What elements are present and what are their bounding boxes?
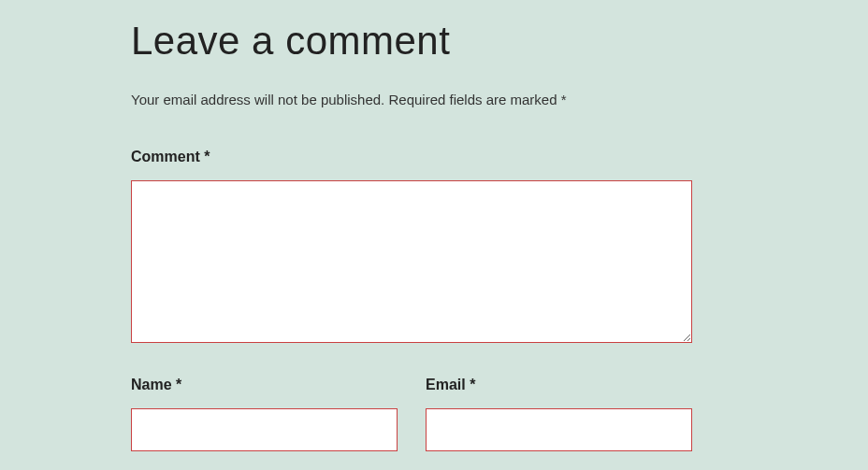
comment-input[interactable] [131,180,692,343]
notice-privacy: Your email address will not be published… [131,92,384,107]
comment-form: Leave a comment Your email address will … [0,0,868,451]
form-notice: Your email address will not be published… [131,90,737,111]
notice-required: Required fields are marked * [388,92,566,107]
comment-label: Comment * [131,149,737,165]
form-heading: Leave a comment [131,19,737,64]
name-input[interactable] [131,408,398,451]
name-email-row: Name * Email * [131,377,737,451]
email-label: Email * [426,377,692,393]
comment-field-group: Comment * [131,149,737,343]
name-label: Name * [131,377,398,393]
name-field-group: Name * [131,377,398,451]
email-input[interactable] [426,408,692,451]
email-field-group: Email * [426,377,692,451]
